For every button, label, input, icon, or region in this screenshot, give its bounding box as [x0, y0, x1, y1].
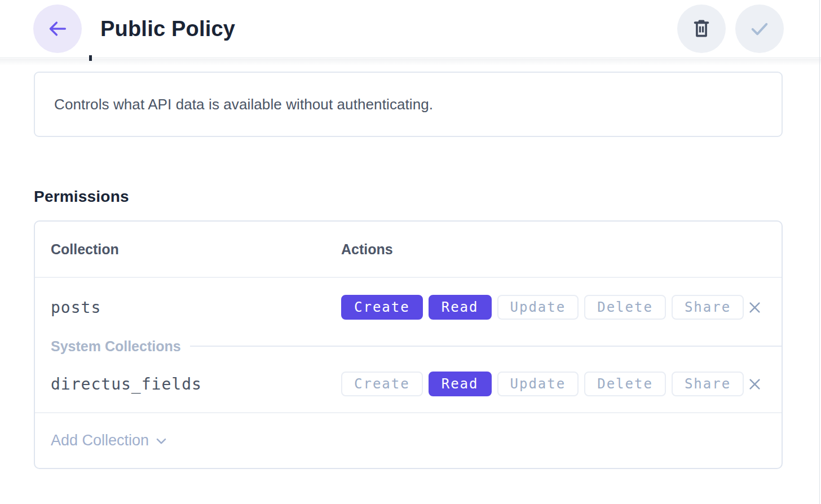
actions-cell: Create Read Update Delete Share	[341, 372, 744, 396]
close-icon	[747, 299, 763, 316]
remove-row-button[interactable]	[744, 373, 766, 395]
header-shadow	[0, 59, 821, 65]
column-header-actions: Actions	[341, 241, 766, 258]
add-collection-control[interactable]: Add Collection	[51, 432, 169, 449]
collection-name: posts	[51, 298, 341, 317]
action-chip-share[interactable]: Share	[672, 295, 744, 320]
page-title: Public Policy	[100, 17, 235, 41]
system-collections-label: System Collections	[51, 338, 181, 355]
trash-icon	[691, 19, 712, 39]
policy-detail-page: Public Policy	[0, 0, 821, 504]
back-button[interactable]	[33, 5, 82, 53]
arrow-left-icon	[46, 17, 69, 40]
system-collections-divider: System Collections	[35, 337, 782, 356]
close-icon	[747, 376, 763, 392]
permissions-table-header: Collection Actions	[35, 222, 782, 278]
chevron-down-icon	[153, 433, 169, 449]
action-chip-create[interactable]: Create	[341, 372, 423, 396]
table-row-posts: posts Create Read Update Delete Share	[35, 278, 782, 337]
divider-line	[190, 346, 782, 347]
remove-row-button[interactable]	[744, 296, 766, 319]
description-field-value: Controls what API data is available with…	[54, 96, 433, 113]
check-icon	[748, 17, 771, 41]
description-field[interactable]: Controls what API data is available with…	[34, 72, 783, 137]
action-chip-share[interactable]: Share	[672, 372, 744, 396]
table-row-directus-fields: directus_fields Create Read Update Delet…	[35, 356, 782, 412]
content-area: Controls what API data is available with…	[0, 58, 821, 504]
collection-name: directus_fields	[51, 375, 341, 394]
header-actions	[677, 5, 784, 53]
column-header-collection: Collection	[51, 241, 341, 258]
action-chip-update[interactable]: Update	[497, 295, 579, 320]
clipped-description-label	[89, 55, 92, 61]
permissions-table: Collection Actions posts Create Read Upd…	[34, 220, 783, 469]
permissions-heading: Permissions	[34, 188, 783, 206]
action-chip-update[interactable]: Update	[497, 372, 579, 396]
action-chip-delete[interactable]: Delete	[584, 372, 666, 396]
add-collection-label: Add Collection	[51, 432, 149, 449]
actions-cell: Create Read Update Delete Share	[341, 295, 744, 320]
header-bar: Public Policy	[0, 0, 821, 58]
action-chip-read[interactable]: Read	[429, 295, 492, 320]
add-collection-row[interactable]: Add Collection	[35, 412, 782, 468]
action-chip-create[interactable]: Create	[341, 295, 423, 320]
page-right-divider	[819, 0, 820, 504]
action-chip-read[interactable]: Read	[429, 372, 492, 396]
delete-policy-button[interactable]	[677, 5, 726, 53]
save-button[interactable]	[735, 5, 784, 53]
action-chip-delete[interactable]: Delete	[584, 295, 666, 320]
